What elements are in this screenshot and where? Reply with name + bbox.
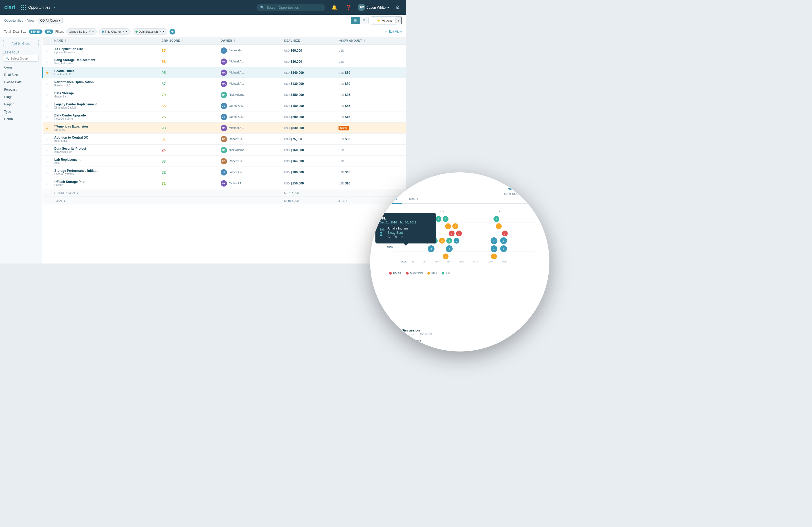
table-row[interactable]: ☆ Lab Replacement Agio 87 RC Robert Co..… [43,156,406,167]
table-row[interactable]: ☆ TX Replication Site Ophelia Networks 6… [43,45,406,56]
actions-button[interactable]: ⚡ Actions [373,17,396,24]
add-filter-button[interactable]: + [170,29,175,34]
name-cell: **Flash Storage Pilot Culicue [52,178,159,189]
star-cell[interactable]: ☆ [43,178,52,189]
company-name: Longhorn LLC [54,73,156,76]
table-row[interactable]: ★ **Americas Expansion Chromos 93 MA Mic… [43,122,406,134]
list-view-button[interactable]: ☰ [351,17,360,24]
star-cell[interactable]: ☆ [43,100,52,112]
user-menu[interactable]: JW Jason White ▾ [358,4,389,11]
owner-name: James Go... [229,49,244,52]
star-cell[interactable]: ☆ [43,134,52,145]
remove-filter-1[interactable]: ✕ [88,30,91,33]
tab-details[interactable]: Details [402,195,406,204]
table-row[interactable]: ☆ Performance Optimization Freeform LLC … [43,78,406,89]
star-cell[interactable]: ★ [43,122,52,134]
star-icon[interactable]: ☆ [45,93,49,97]
table-row[interactable]: ☆ Storage Performance Initiat... Sonora … [43,167,406,178]
name-cell: Performance Optimization Freeform LLC [52,78,159,89]
table-row[interactable]: ☆ Data Storage Grade, Inc. 79 NA Nick Ad… [43,89,406,100]
col-sow-amount[interactable]: **SOW AMOUNT ⇕ [336,37,406,45]
view-selector[interactable]: CQ All Open ▾ [38,18,63,24]
crm-cell: 82 [159,167,218,178]
add-group-button[interactable]: Add 1st Group [3,40,39,47]
star-icon[interactable]: ☆ [45,137,49,141]
star-cell[interactable]: ☆ [43,45,52,56]
star-cell[interactable]: ☆ [43,78,52,89]
star-icon[interactable]: ☆ [45,181,49,186]
col-name[interactable]: NAME ⇕ [52,37,159,45]
table-row[interactable]: ★ Seattle Office Longhorn LLC 95 MA Mich… [43,67,406,78]
filter-deal-status[interactable]: Deal Status (2) ✕ ▾ [133,28,168,34]
star-cell[interactable]: ☆ [43,89,52,100]
table-row[interactable]: ☆ Addition to Central DC Bolero, Inc. 61… [43,134,406,145]
tooltip-action: Swag Sent [388,231,406,235]
star-icon[interactable]: ☆ [45,82,49,86]
sow-cell: USD $89 [336,67,406,78]
filter-owned-by-me[interactable]: Owned By Me ✕ ▾ [66,28,97,34]
search-bar[interactable]: 🔍 [257,4,325,11]
notifications-button[interactable]: 🔔 [329,3,339,11]
table-row[interactable]: ☆ Data Center Upgrade Nest Consulting 75… [43,112,406,122]
sidebar-item-region[interactable]: Region [0,101,42,108]
tooltip-date-row: JAN 2 Amalia Ingram Swag Sent Cal Thorpe [380,226,406,239]
remove-filter-3[interactable]: ✕ [159,30,162,33]
star-icon[interactable]: ☆ [45,159,49,163]
sidebar-item-type[interactable]: Type [0,108,42,115]
filter-this-quarter[interactable]: This Quarter ✕ ▾ [99,28,130,34]
sidebar-group-input[interactable] [11,57,37,60]
currency-label: USD [284,116,290,119]
breadcrumb-root[interactable]: Opportunities [4,19,23,23]
sow-cell: USD $55 [336,100,406,112]
table-row[interactable]: ☆ Pang Storage Replacement Pang Industri… [43,56,406,67]
col-crm-score[interactable]: CRM SCORE ⇕ [159,37,218,45]
starred-total-label: STARRED TOTAL ▲ [52,189,218,197]
sidebar-item-deal-size[interactable]: Deal Size [0,71,42,78]
deal-size-cell: USD $100,000 [281,167,336,178]
star-icon[interactable]: ☆ [45,60,49,64]
star-icon[interactable]: ★ [45,126,49,130]
col-owner[interactable]: OWNER ⇕ [218,37,281,45]
help-button[interactable]: ❓ [344,3,353,11]
star-icon[interactable]: ☆ [45,148,49,152]
table-row[interactable]: ☆ Legacy Center Replacement Dimension Ca… [43,100,406,112]
sidebar-item-owner[interactable]: Owner [0,64,42,71]
actions-dropdown-button[interactable]: ▾ [396,17,402,24]
sidebar-item-stage[interactable]: Stage [0,93,42,101]
sidebar-item-churn[interactable]: Churn [0,115,42,123]
table-row[interactable]: ☆ Data Security Project Blip Associates … [43,145,406,156]
sow-currency: USD [338,93,344,97]
edit-view-button[interactable]: ✏ Edit View [385,30,402,33]
star-icon[interactable]: ★ [46,71,49,75]
app-logo: clari [4,4,15,11]
user-settings-icon[interactable]: ⚙ [393,3,402,11]
search-input[interactable] [266,5,321,10]
deal-name: Lab Replacement [54,158,156,162]
star-icon[interactable]: ☆ [45,104,49,108]
sow-cell: USD $80 [336,78,406,89]
star-cell[interactable]: ☆ [43,112,52,122]
deal-size-cell: USD $60,000 [281,45,336,56]
sidebar-search[interactable]: 🔍 [3,55,39,62]
star-cell[interactable]: ☆ [43,156,52,167]
sidebar-item-forecast[interactable]: Forecast [0,86,42,93]
remove-filter-2[interactable]: ✕ [122,30,125,33]
deal-name: **Flash Storage Pilot [54,180,156,184]
star-cell[interactable]: ★ [43,67,52,78]
sow-amount: $80 [345,82,350,86]
breadcrumb-view[interactable]: View [27,19,34,23]
star-cell[interactable]: ☆ [43,145,52,156]
table-row[interactable]: ☆ **Flash Storage Pilot Culicue 71 MA Mi… [43,178,406,189]
owner-cell: NA Nick Adams [218,89,281,100]
star-cell[interactable]: ☆ [43,56,52,67]
star-cell[interactable]: ☆ [43,167,52,178]
sidebar-item-closed-date[interactable]: Closed Date [0,78,42,86]
star-icon[interactable]: ☆ [45,115,49,119]
star-icon[interactable]: ☆ [45,170,49,174]
sow-currency: USD [338,49,344,52]
col-deal-size[interactable]: DEAL SIZE ⇕ [281,37,336,45]
module-selector[interactable]: Opportunities ▾ [21,5,55,10]
owner-name: Michael A... [229,82,244,85]
grid-view-button[interactable]: ⊞ [360,17,368,24]
star-icon[interactable]: ☆ [45,48,49,53]
